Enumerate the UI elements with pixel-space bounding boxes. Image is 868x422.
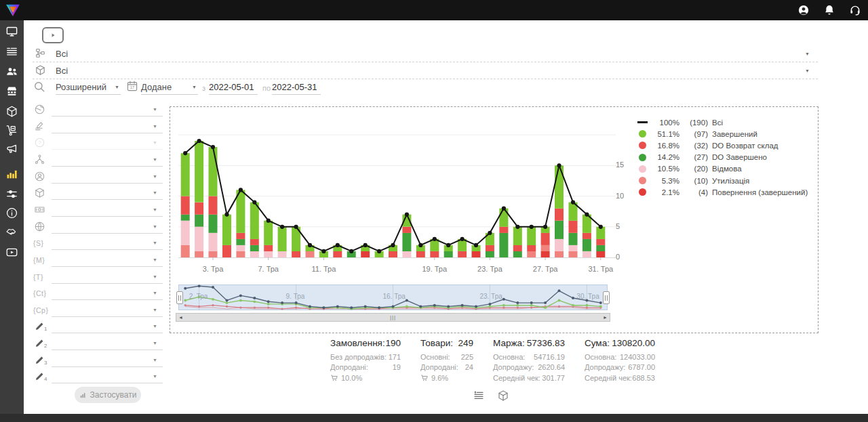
scroll-left-arrow[interactable]: ◄ xyxy=(176,315,185,320)
filter-row-cube[interactable]: ▼ xyxy=(33,186,163,201)
dropdown-underline xyxy=(52,183,163,184)
stat-sub-row: Основна:124033.00 xyxy=(585,352,655,362)
sidebar-item-analytics-icon[interactable] xyxy=(5,167,18,180)
orders-stacked-chart[interactable] xyxy=(178,112,616,261)
legend-item[interactable]: 5.3%(10)Утилізація xyxy=(637,175,808,186)
filter-row-pencil4[interactable]: 4▼ xyxy=(33,370,163,385)
sidebar-item-orders-list-icon[interactable] xyxy=(5,45,18,58)
play-icon xyxy=(48,30,58,40)
sidebar-item-store-icon[interactable] xyxy=(5,85,18,98)
mini-chart-icon xyxy=(79,392,87,399)
chevron-down-icon: ▼ xyxy=(153,257,157,262)
chart-scrollbar[interactable]: ◄ ||| ► xyxy=(176,313,610,322)
dropdown-underline xyxy=(52,149,163,150)
legend-label: DO Завершено xyxy=(712,153,767,161)
apply-button[interactable]: Застосувати xyxy=(75,387,141,403)
banknote-icon xyxy=(34,204,45,215)
chevron-down-icon: ▼ xyxy=(153,157,157,162)
dropdown-underline xyxy=(52,233,163,234)
upsell-rate-value: 9.6% xyxy=(431,374,448,382)
sidebar-item-shipping-icon[interactable] xyxy=(5,124,18,137)
legend-item[interactable]: 2.1%(4)Повернення (завершений) xyxy=(637,186,808,198)
upsell-rate-row: 9.6% xyxy=(420,373,473,383)
legend-percent: 100% xyxy=(651,119,679,127)
dropdown-underline xyxy=(52,333,163,333)
stat-sub-row: Допродані:19 xyxy=(330,362,401,373)
dropdown-underline xyxy=(52,299,163,300)
code-tag-icon: {Ct} xyxy=(33,289,47,297)
navigator-right-handle[interactable] xyxy=(603,291,610,304)
date-field-select[interactable]: Додане ▼ xyxy=(141,80,198,95)
signature-icon xyxy=(34,121,45,132)
stat-sub-label: Основні: xyxy=(420,353,450,361)
filter-row-web[interactable]: ▼ xyxy=(33,220,163,235)
hierarchy-icon xyxy=(34,154,45,165)
cube-view-icon[interactable] xyxy=(497,389,509,402)
chevron-down-icon: ▼ xyxy=(153,140,157,145)
legend-item[interactable]: 100%(190)Всі xyxy=(637,117,808,128)
filter-row-signature[interactable]: ▼ xyxy=(33,120,163,135)
chevron-down-icon: ▼ xyxy=(153,274,157,279)
help-video-button[interactable] xyxy=(42,27,64,43)
sidebar-item-megaphone-icon[interactable] xyxy=(5,143,18,156)
y-axis-label: 15 xyxy=(616,161,633,169)
sidebar-item-video-icon[interactable] xyxy=(5,246,18,259)
apply-button-label: Застосувати xyxy=(90,390,137,400)
legend-item[interactable]: 51.1%(97)Завершений xyxy=(637,128,808,140)
list-view-icon[interactable] xyxy=(473,389,485,402)
sidebar-item-clients-icon[interactable] xyxy=(5,65,18,78)
legend-label: Завершений xyxy=(712,130,757,138)
filter-row-hierarchy[interactable]: ▼ xyxy=(33,153,163,168)
filter-row-code-Scode-[interactable]: {S}▼ xyxy=(33,236,163,251)
sidebar-item-package-icon[interactable] xyxy=(5,105,18,118)
date-to-input[interactable]: 2022-05-31 xyxy=(272,80,321,95)
filter-row-code-Cpcode-[interactable]: {Cp}▼ xyxy=(33,303,163,318)
legend-percent: 51.1% xyxy=(651,130,679,138)
filter-row-question[interactable]: ?▼ xyxy=(33,136,163,151)
category-filter-select[interactable]: Всі ▼ xyxy=(33,46,818,62)
sidebar-item-info-icon[interactable] xyxy=(5,207,18,219)
x-axis-label: 19. Тра xyxy=(418,265,451,273)
legend-dot-marker xyxy=(637,130,648,138)
filter-row-banknote[interactable]: ▼ xyxy=(33,203,163,218)
navigator-left-handle[interactable] xyxy=(176,291,183,304)
category-filter-value: Всі xyxy=(56,49,68,59)
filter-row-pencil3[interactable]: 3▼ xyxy=(33,354,163,368)
legend-dot-marker xyxy=(637,177,648,184)
stat-sub-value: 688.53 xyxy=(632,374,655,382)
y-axis-label: 0 xyxy=(616,253,633,261)
stat-value: 57336.83 xyxy=(527,338,565,352)
code-tag-icon: {Cp} xyxy=(33,306,48,314)
legend-label: Відмова xyxy=(712,165,742,173)
date-from-input[interactable]: 2022-05-01 xyxy=(209,80,258,95)
legend-item[interactable]: 16.8%(32)DO Возврат склад xyxy=(637,140,808,151)
chevron-down-icon: ▼ xyxy=(153,341,157,345)
x-axis-label: 23. Тра xyxy=(473,265,506,273)
date-field-value: Додане xyxy=(141,82,172,92)
app-logo[interactable] xyxy=(5,2,21,18)
scroll-right-arrow[interactable]: ► xyxy=(601,315,610,320)
bell-icon[interactable] xyxy=(823,4,835,16)
filter-row-pencil2[interactable]: 2▼ xyxy=(33,337,163,352)
filter-row-pencil1[interactable]: 1▼ xyxy=(33,320,163,335)
bottom-strip xyxy=(0,414,868,422)
legend-item[interactable]: 14.2%(27)DO Завершено xyxy=(637,152,808,163)
scrollbar-grip[interactable]: ||| xyxy=(390,314,396,320)
legend-item[interactable]: 10.5%(20)Відмова xyxy=(637,163,808,175)
filter-row-code-Tcode-[interactable]: {T}▼ xyxy=(33,270,163,285)
search-mode-select[interactable]: Розширений ▼ xyxy=(56,80,121,95)
filter-row-code-Mcode-[interactable]: {M}▼ xyxy=(33,253,163,268)
product-filter-select[interactable]: Всі ▼ xyxy=(33,63,818,79)
chart-navigator[interactable]: 2. Тра9. Тра16. Тра23. Тра30. Тра xyxy=(178,284,608,310)
svg-text:?: ? xyxy=(38,140,41,146)
support-icon[interactable] xyxy=(849,4,861,16)
dropdown-underline xyxy=(52,116,163,117)
filter-row-user-circle[interactable]: ▼ xyxy=(33,170,163,185)
filter-row-code-Ctcode-[interactable]: {Ct}▼ xyxy=(33,287,163,301)
sidebar-item-monitor-icon[interactable] xyxy=(5,25,18,38)
sidebar-item-sliders-icon[interactable] xyxy=(5,188,18,201)
legend-label: DO Возврат склад xyxy=(712,142,778,150)
filter-row-globe[interactable]: ▼ xyxy=(33,103,163,118)
sidebar-item-handshake-icon[interactable] xyxy=(5,226,18,238)
user-icon[interactable] xyxy=(797,4,810,16)
